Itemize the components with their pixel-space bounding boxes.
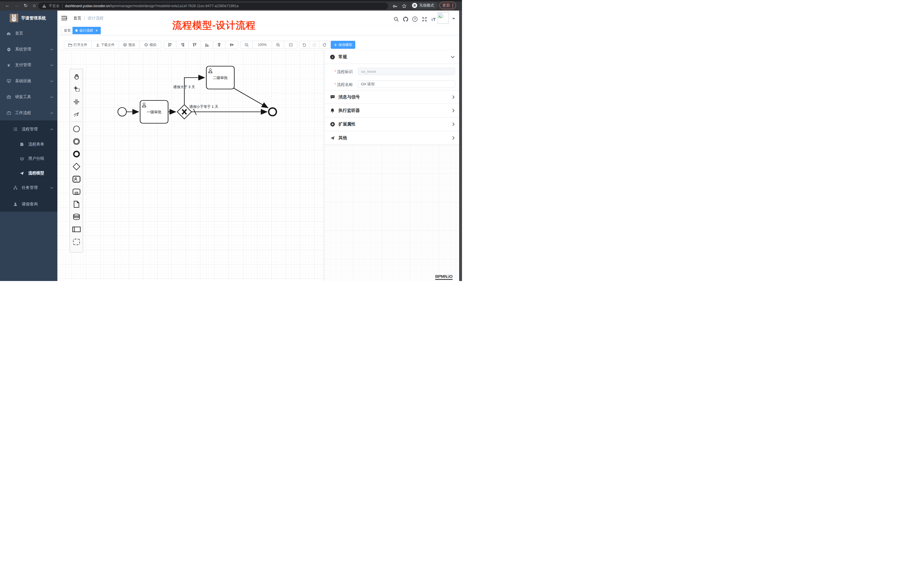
- panel-grid-background: [324, 145, 459, 281]
- breadcrumb: 首页 / 设计流程: [74, 16, 104, 21]
- zoom-in-button[interactable]: [272, 41, 284, 48]
- chevron-up-icon: [50, 128, 53, 130]
- breadcrumb-separator: /: [84, 16, 85, 21]
- align-left-button[interactable]: [164, 41, 176, 48]
- flow-gateway-to-task2[interactable]: [184, 78, 205, 104]
- redo-button[interactable]: [309, 41, 320, 48]
- sidebar-item-process-form[interactable]: 流程表单: [0, 139, 57, 150]
- end-event-shape[interactable]: [269, 108, 276, 116]
- tab-design-process[interactable]: 设计流程 ✕: [72, 27, 101, 34]
- condition-label-le[interactable]: 请假小于等于 1 天: [189, 105, 218, 109]
- section-general[interactable]: i 常规: [325, 50, 459, 64]
- align-top-button[interactable]: [189, 41, 201, 48]
- fullscreen-icon[interactable]: [421, 16, 428, 22]
- zoom-reset-button[interactable]: [284, 41, 297, 48]
- zoom-out-button[interactable]: [240, 41, 253, 48]
- sidebar-item-label: 请假查询: [22, 202, 38, 207]
- preview-button[interactable]: 预览: [119, 41, 140, 48]
- browser-forward-button[interactable]: →: [13, 2, 20, 9]
- flow-task2-to-end[interactable]: [234, 88, 268, 108]
- save-model-button[interactable]: 保存模型: [331, 41, 355, 49]
- user-task-level2[interactable]: 二级审批: [206, 66, 234, 89]
- properties-panel: i 常规 *流程标识 *流程名称 消息与信号: [324, 50, 459, 281]
- gear-icon: [6, 47, 11, 52]
- browser-back-button[interactable]: ←: [4, 2, 11, 9]
- task-label: 一级审批: [147, 110, 162, 114]
- scrollbar[interactable]: [459, 10, 462, 281]
- password-key-icon[interactable]: [392, 3, 398, 10]
- bpmn-diagram: 一级审批 二级审批 请假大于 3 天 请假小于等于 1 天: [57, 50, 324, 273]
- sidebar-item-user-group[interactable]: 用户分组: [0, 153, 57, 164]
- breadcrumb-home[interactable]: 首页: [74, 16, 81, 21]
- condition-label-gt[interactable]: 请假大于 3 天: [173, 85, 195, 89]
- sidebar-item-home[interactable]: 首页: [0, 28, 57, 39]
- active-tab-dot: [75, 29, 78, 31]
- avatar[interactable]: [438, 12, 449, 24]
- sidebar-item-label: 流程管理: [22, 127, 38, 132]
- sidebar-item-process-management[interactable]: 流程管理: [0, 123, 57, 135]
- align-right-button[interactable]: [176, 41, 189, 48]
- sidebar-item-payment[interactable]: ¥ 支付管理: [0, 59, 57, 71]
- sidebar-item-task-management[interactable]: 任务管理: [0, 182, 57, 193]
- paper-plane-icon: [20, 171, 24, 175]
- simulate-button[interactable]: 模拟: [140, 41, 161, 48]
- section-messages-signals[interactable]: 消息与信号: [325, 90, 459, 104]
- start-event-shape[interactable]: [118, 108, 126, 116]
- message-icon: [330, 94, 335, 100]
- chevron-down-icon: [50, 48, 53, 51]
- browser-update-button[interactable]: 更新: [440, 2, 456, 9]
- dashboard-icon: [6, 31, 11, 36]
- restart-button[interactable]: [320, 41, 329, 48]
- github-icon[interactable]: [402, 16, 409, 22]
- address-bar[interactable]: 不安全 dashboard.yudao.iocoder.cn/bpm/manag…: [38, 3, 388, 9]
- annotation-title: 流程模型-设计流程: [172, 19, 256, 32]
- chevron-down-icon[interactable]: [451, 56, 454, 58]
- chevron-right-icon: [452, 109, 454, 112]
- robot-face-icon: [20, 156, 24, 161]
- help-icon[interactable]: ?: [412, 16, 418, 22]
- tags-view: 首页 设计流程 ✕: [57, 25, 462, 35]
- incognito-badge: 无痕模式: [410, 2, 438, 9]
- process-name-input[interactable]: [358, 81, 455, 88]
- undo-button[interactable]: [299, 41, 309, 48]
- file-button-group: 打开文件 下载文件 预览 模拟: [64, 41, 161, 49]
- broken-image-icon: [438, 13, 444, 18]
- url-host: dashboard.yudao.iocoder.cn: [65, 4, 110, 8]
- align-center-vertical-button[interactable]: [225, 41, 238, 48]
- browser-home-button[interactable]: ⌂: [31, 2, 38, 9]
- align-button-group: [164, 41, 238, 49]
- sidebar-item-process-model[interactable]: 流程模型: [0, 168, 57, 179]
- search-icon[interactable]: [393, 16, 399, 22]
- avatar-dropdown-caret[interactable]: [452, 18, 455, 21]
- font-size-icon[interactable]: TT: [430, 16, 436, 22]
- align-bottom-button[interactable]: [201, 41, 213, 48]
- tab-home[interactable]: 首页: [61, 27, 74, 34]
- sidebar-item-workflow[interactable]: 工作流程: [0, 107, 57, 119]
- process-name-label: *流程名称: [334, 82, 353, 87]
- user-task-level1[interactable]: 一级审批: [140, 100, 168, 123]
- section-execution-listener[interactable]: 执行监听器: [325, 104, 459, 117]
- bookmark-star-icon[interactable]: [400, 3, 408, 9]
- sidebar-collapse-icon[interactable]: [62, 16, 67, 21]
- process-key-input[interactable]: [358, 67, 455, 75]
- section-extended-properties[interactable]: 扩展属性: [325, 117, 459, 131]
- align-center-horizontal-button[interactable]: [213, 41, 225, 48]
- bpmn-io-watermark[interactable]: BPMN.iO: [435, 274, 453, 279]
- open-file-button[interactable]: 打开文件: [64, 41, 92, 48]
- browser-menu-icon[interactable]: [452, 4, 453, 7]
- download-file-button[interactable]: 下载文件: [92, 41, 119, 48]
- sidebar-item-devtools[interactable]: 研发工具: [0, 91, 57, 103]
- browser-toolbar: ← → ↻ ⌂ 不安全 dashboard.yudao.iocoder.cn/b…: [0, 0, 462, 10]
- sidebar-item-label: 支付管理: [15, 63, 31, 67]
- app-logo-row[interactable]: 芋道管理系统: [0, 10, 57, 25]
- section-other[interactable]: 其他: [325, 131, 459, 145]
- chevron-down-icon: [50, 80, 53, 82]
- incognito-label: 无痕模式: [419, 3, 434, 8]
- sidebar-item-leave-query[interactable]: 请假查询: [0, 199, 57, 210]
- browser-reload-button[interactable]: ↻: [22, 2, 29, 9]
- close-icon[interactable]: ✕: [95, 29, 98, 33]
- sidebar-item-system[interactable]: 系统管理: [0, 43, 57, 55]
- chevron-right-icon: [452, 136, 454, 140]
- sidebar: 芋道管理系统 首页 系统管理 ¥ 支付管理 基础设施: [0, 10, 57, 281]
- sidebar-item-infrastructure[interactable]: 基础设施: [0, 75, 57, 87]
